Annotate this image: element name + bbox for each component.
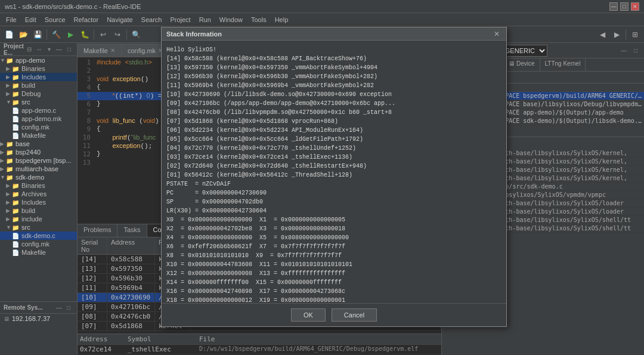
menu-navigate[interactable]: Navigate: [103, 15, 136, 24]
line-number: 4: [78, 84, 94, 91]
tree-item-includes-2[interactable]: ▶ 📁 Includes: [0, 198, 77, 206]
right-tab-lttng[interactable]: LTTng Kernel: [540, 58, 586, 71]
dialog-close-icon[interactable]: ✕: [492, 29, 501, 39]
line-number: 3: [78, 75, 94, 83]
menu-refactor[interactable]: Refactor: [70, 15, 103, 24]
tree-label: app-demo.mk: [21, 115, 61, 122]
project-tree: ▼ 📁 app-demo ▶ 📁 Binaries ▶ 📁 Includes ▶…: [0, 56, 77, 301]
save-button[interactable]: 💾: [31, 28, 44, 41]
remote-sys-item[interactable]: 🖥 192.168.7.37: [0, 314, 77, 323]
menu-run[interactable]: Run: [196, 15, 215, 24]
close-button[interactable]: ✕: [631, 2, 639, 11]
tree-label: bsp2440: [16, 149, 41, 156]
folder-icon: 📁: [12, 199, 20, 206]
tree-item-makefile-2[interactable]: 📄 Makefile: [0, 248, 77, 257]
line-number: 10: [78, 134, 94, 141]
collapse-all-icon[interactable]: ⊟: [25, 45, 34, 54]
tree-label: bspedgervm [bsp...: [16, 157, 72, 164]
tree-item-binaries-2[interactable]: ▶ 📁 Binaries: [0, 181, 77, 190]
tree-item-include[interactable]: ▶ 📁 include: [0, 215, 77, 223]
tree-item-app-demo[interactable]: ▼ 📁 app-demo: [0, 56, 77, 64]
line-number: 2: [78, 67, 94, 75]
line-number: 7: [78, 109, 94, 116]
tree-label: Archives: [21, 190, 47, 197]
cell-sn: [08]: [78, 312, 107, 321]
cell-sn: [07]: [78, 322, 107, 331]
toolbar-sep-3: [126, 29, 127, 40]
tree-item-sdk-demo-c[interactable]: 📄 sdk-demo.c: [0, 231, 77, 240]
arrow-icon: ▼: [6, 224, 12, 230]
maximize-remote-icon[interactable]: □: [64, 303, 73, 313]
tree-item-config-mk-1[interactable]: 📄 config.mk: [0, 123, 77, 131]
cell-addr: 0x58c588: [107, 255, 155, 264]
file-icon: 📄: [12, 107, 20, 114]
panel-menu-icon[interactable]: ▾: [45, 45, 54, 54]
minimize-remote-icon[interactable]: —: [54, 303, 64, 313]
tab-close-icon[interactable]: ✕: [110, 47, 115, 54]
right-panel-maximize-icon[interactable]: □: [631, 46, 640, 55]
cancel-button[interactable]: Cancel: [332, 308, 377, 322]
line-number: 11: [78, 142, 94, 150]
cell-sn: [13]: [78, 264, 107, 273]
menu-tools[interactable]: Tools: [247, 15, 270, 24]
back-button[interactable]: ◀: [596, 28, 609, 41]
perspective-button[interactable]: ⊞: [628, 28, 642, 41]
menu-project[interactable]: Project: [166, 15, 194, 24]
arrow-icon: ▶: [6, 66, 12, 72]
tree-item-bsp2440[interactable]: ▶ 📁 bsp2440: [0, 148, 77, 156]
tree-item-bspedgervm[interactable]: ▶ 📁 bspedgervm [bsp...: [0, 156, 77, 165]
tree-item-build-2[interactable]: ▶ 📁 build: [0, 206, 77, 215]
tree-item-includes-1[interactable]: ▶ 📁 Includes: [0, 73, 77, 81]
line-number: 5: [78, 92, 94, 100]
tree-item-makefile-1[interactable]: 📄 Makefile: [0, 131, 77, 140]
code-content: }: [94, 100, 101, 107]
search-toolbar-button[interactable]: 🔍: [129, 28, 143, 41]
dialog-title-bar: Stack Information ✕: [162, 27, 506, 41]
debug-button[interactable]: 🐛: [78, 28, 91, 41]
folder-icon: 📁: [12, 216, 20, 223]
open-button[interactable]: 📂: [17, 28, 30, 41]
tree-item-config-mk-2[interactable]: 📄 config.mk: [0, 240, 77, 248]
tree-label: app-demo.c: [21, 107, 56, 114]
menu-search[interactable]: Search: [138, 15, 166, 24]
link-with-editor-icon[interactable]: ↔: [35, 45, 44, 54]
maximize-panel-icon[interactable]: □: [64, 45, 73, 54]
tab-tasks[interactable]: Tasks: [117, 224, 147, 237]
tree-item-sdk-demo[interactable]: ▼ 📁 sdk-demo: [0, 173, 77, 181]
minimize-button[interactable]: —: [609, 2, 618, 11]
tree-item-src-1[interactable]: ▼ 📁 src: [0, 98, 77, 106]
tree-label: Debug: [21, 90, 41, 97]
menu-file[interactable]: File: [2, 15, 20, 24]
forward-button[interactable]: ▶: [610, 28, 623, 41]
menu-window[interactable]: Window: [216, 15, 246, 24]
redo-button[interactable]: ↪: [111, 28, 124, 41]
tree-label: sdk-demo.c: [21, 232, 55, 239]
tree-item-debug[interactable]: ▶ 📁 Debug: [0, 89, 77, 98]
build-button[interactable]: 🔨: [49, 28, 63, 41]
menu-source[interactable]: Source: [41, 15, 69, 24]
project-explorer-header: Project E... ⊟ ↔ ▾ — □: [0, 43, 77, 56]
tree-item-app-demo-mk[interactable]: 📄 app-demo.mk: [0, 115, 77, 123]
ok-button[interactable]: OK: [291, 308, 326, 322]
menu-edit[interactable]: Edit: [21, 15, 40, 24]
menu-help[interactable]: Help: [271, 15, 292, 24]
tree-item-build-1[interactable]: ▶ 📁 build: [0, 81, 77, 89]
tree-item-binaries-1[interactable]: ▶ 📁 Binaries: [0, 64, 77, 73]
tree-item-base[interactable]: ▶ 📁 base: [0, 140, 77, 148]
new-button[interactable]: 📄: [2, 28, 16, 41]
undo-button[interactable]: ↩: [97, 28, 110, 41]
folder-icon: 📁: [6, 149, 14, 156]
tab-problems[interactable]: Problems: [78, 224, 117, 237]
run-button[interactable]: ▶: [64, 28, 77, 41]
tab-makefile[interactable]: Makefile ✕: [78, 44, 122, 57]
tree-label: Includes: [21, 73, 46, 81]
folder-icon: 📁: [6, 166, 14, 172]
minimize-panel-icon[interactable]: —: [55, 45, 64, 54]
tree-item-src-2[interactable]: ▼ 📁 src: [0, 223, 77, 231]
right-tab-device[interactable]: 🖥 Device: [504, 58, 540, 71]
tree-item-multiarch[interactable]: ▶ 📁 multiarch-base: [0, 165, 77, 173]
right-panel-minimize-icon[interactable]: —: [619, 46, 628, 55]
tree-item-archives[interactable]: ▶ 📁 Archives: [0, 190, 77, 198]
maximize-button[interactable]: □: [620, 2, 628, 11]
tree-item-app-demo-c[interactable]: 📄 app-demo.c: [0, 106, 77, 115]
